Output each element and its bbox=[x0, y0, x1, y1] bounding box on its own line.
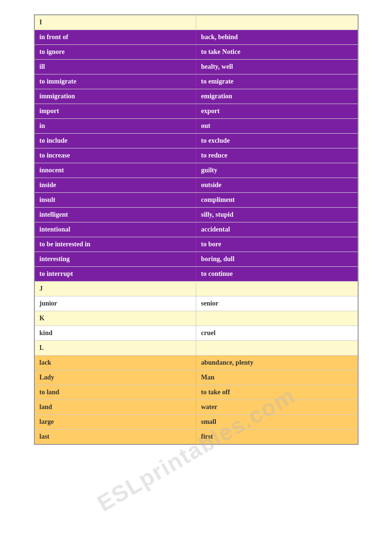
table-row: to interruptto continue bbox=[35, 267, 358, 282]
table-row: landwater bbox=[35, 400, 358, 415]
cell-word: to ignore bbox=[35, 45, 197, 59]
cell-opposite: back, behind bbox=[196, 30, 358, 44]
cell-word: I bbox=[35, 15, 197, 30]
table-row: in front ofback, behind bbox=[35, 30, 358, 45]
cell-opposite: boring, dull bbox=[196, 252, 358, 266]
cell-word: ill bbox=[35, 60, 197, 74]
cell-opposite: senior bbox=[196, 296, 358, 311]
cell-word: L bbox=[35, 341, 197, 355]
cell-word: in bbox=[35, 119, 197, 133]
cell-word: land bbox=[35, 400, 197, 414]
table-row: intentionalaccidental bbox=[35, 222, 358, 237]
table-row: juniorsenior bbox=[35, 296, 358, 311]
table-row: LadyMan bbox=[35, 370, 358, 385]
cell-word: last bbox=[35, 430, 197, 444]
table-row: importexport bbox=[35, 104, 358, 119]
table-row: J bbox=[35, 282, 358, 296]
cell-opposite: to emigrate bbox=[196, 74, 358, 89]
cell-opposite: emigration bbox=[196, 89, 358, 104]
cell-opposite: out bbox=[196, 119, 358, 133]
cell-word: to interrupt bbox=[35, 267, 197, 281]
cell-word: K bbox=[35, 311, 197, 326]
cell-word: to land bbox=[35, 385, 197, 400]
cell-word: to increase bbox=[35, 148, 197, 163]
table-row: to increaseto reduce bbox=[35, 148, 358, 163]
cell-word: junior bbox=[35, 296, 197, 311]
cell-word: large bbox=[35, 415, 197, 429]
cell-opposite: cruel bbox=[196, 326, 358, 340]
cell-opposite: to exclude bbox=[196, 134, 358, 148]
cell-opposite bbox=[196, 282, 358, 296]
cell-opposite: small bbox=[196, 415, 358, 429]
cell-opposite: to continue bbox=[196, 267, 358, 281]
table-row: innocentguilty bbox=[35, 163, 358, 178]
table-row: immigrationemigration bbox=[35, 89, 358, 104]
cell-opposite: to reduce bbox=[196, 148, 358, 163]
table-row: intelligentsilly, stupid bbox=[35, 208, 358, 222]
cell-word: lack bbox=[35, 356, 197, 370]
cell-word: innocent bbox=[35, 163, 197, 178]
cell-opposite bbox=[196, 15, 358, 30]
table-row: K bbox=[35, 311, 358, 326]
cell-word: in front of bbox=[35, 30, 197, 44]
cell-word: intelligent bbox=[35, 208, 197, 222]
cell-opposite: Man bbox=[196, 370, 358, 385]
table-row: to landto take off bbox=[35, 385, 358, 400]
table-row: insultcompliment bbox=[35, 193, 358, 208]
cell-word: intentional bbox=[35, 222, 197, 237]
cell-opposite: abundance, plenty bbox=[196, 356, 358, 370]
cell-opposite: to take Notice bbox=[196, 45, 358, 59]
cell-word: kind bbox=[35, 326, 197, 340]
table-row: lastfirst bbox=[35, 430, 358, 444]
cell-word: import bbox=[35, 104, 197, 118]
table-row: interestingboring, dull bbox=[35, 252, 358, 267]
vocabulary-table: Iin front ofback, behindto ignore to tak… bbox=[34, 14, 359, 445]
table-row: illhealty, well bbox=[35, 60, 358, 74]
table-row: to ignore to take Notice bbox=[35, 45, 358, 60]
table-row: I bbox=[35, 15, 358, 30]
cell-opposite: compliment bbox=[196, 193, 358, 207]
table-row: largesmall bbox=[35, 415, 358, 430]
cell-word: to immigrate bbox=[35, 74, 197, 89]
cell-opposite: healty, well bbox=[196, 60, 358, 74]
cell-word: insult bbox=[35, 193, 197, 207]
cell-opposite: water bbox=[196, 400, 358, 414]
table-row: inout bbox=[35, 119, 358, 134]
cell-opposite: to take off bbox=[196, 385, 358, 400]
cell-word: inside bbox=[35, 178, 197, 192]
cell-word: Lady bbox=[35, 370, 197, 385]
cell-word: J bbox=[35, 282, 197, 296]
table-row: to be interested into bore bbox=[35, 237, 358, 252]
cell-opposite: silly, stupid bbox=[196, 208, 358, 222]
table-row: L bbox=[35, 341, 358, 356]
table-row: insideoutside bbox=[35, 178, 358, 193]
table-row: kindcruel bbox=[35, 326, 358, 341]
cell-word: immigration bbox=[35, 89, 197, 104]
cell-word: to include bbox=[35, 134, 197, 148]
cell-opposite: guilty bbox=[196, 163, 358, 178]
cell-word: to be interested in bbox=[35, 237, 197, 252]
cell-opposite: first bbox=[196, 430, 358, 444]
cell-opposite: export bbox=[196, 104, 358, 118]
cell-opposite: outside bbox=[196, 178, 358, 192]
cell-opposite bbox=[196, 311, 358, 326]
cell-word: interesting bbox=[35, 252, 197, 266]
cell-opposite: accidental bbox=[196, 222, 358, 237]
table-row: lackabundance, plenty bbox=[35, 356, 358, 370]
table-row: to immigrateto emigrate bbox=[35, 74, 358, 89]
cell-opposite: to bore bbox=[196, 237, 358, 252]
table-row: to includeto exclude bbox=[35, 134, 358, 148]
cell-opposite bbox=[196, 341, 358, 355]
